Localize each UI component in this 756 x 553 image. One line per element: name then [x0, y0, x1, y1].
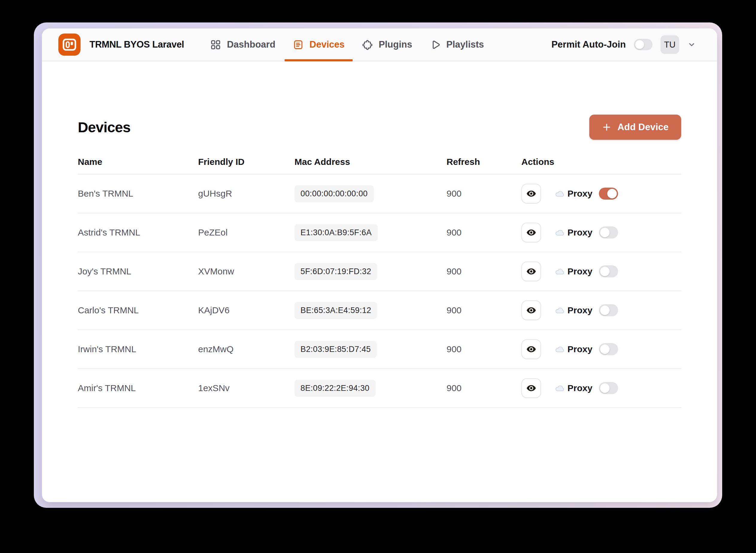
- nav-label: Playlists: [446, 39, 484, 50]
- nav-label: Plugins: [379, 39, 412, 50]
- nav-item-playlists[interactable]: Playlists: [421, 28, 493, 61]
- view-device-button[interactable]: [521, 184, 541, 204]
- table-row: Amir's TRMNL 1exSNv 8E:09:22:2E:94:30 90…: [78, 369, 681, 408]
- user-menu-chevron[interactable]: [687, 40, 696, 49]
- toggle-knob: [600, 383, 610, 393]
- device-friendly-id: XVMonw: [198, 266, 295, 276]
- permit-auto-join-toggle[interactable]: [634, 39, 653, 50]
- refresh-value: 900: [447, 305, 521, 315]
- device-friendly-id: gUHsgR: [198, 188, 295, 199]
- nav-item-dashboard[interactable]: Dashboard: [202, 28, 284, 61]
- eye-icon: [526, 266, 537, 277]
- nav-item-devices[interactable]: Devices: [284, 28, 353, 61]
- trmnl-logo-icon: [58, 33, 80, 56]
- table-header-row: Name Friendly ID Mac Address Refresh Act…: [78, 150, 681, 174]
- eye-icon: [526, 188, 537, 199]
- plus-icon: [602, 123, 611, 132]
- device-friendly-id: KAjDV6: [198, 305, 295, 315]
- table-row: Astrid's TRMNL PeZEol E1:30:0A:B9:5F:6A …: [78, 213, 681, 252]
- play-icon: [430, 39, 441, 50]
- device-name: Astrid's TRMNL: [78, 227, 198, 238]
- device-name: Joy's TRMNL: [78, 266, 198, 276]
- view-device-button[interactable]: [521, 261, 541, 281]
- col-header-name: Name: [78, 157, 198, 167]
- brand[interactable]: TRMNL BYOS Laravel: [58, 33, 184, 56]
- row-actions: Proxy: [521, 223, 681, 242]
- proxy-label: Proxy: [568, 266, 592, 276]
- row-actions: Proxy: [521, 184, 681, 204]
- device-name: Irwin's TRMNL: [78, 344, 198, 354]
- chevron-down-icon: [687, 40, 696, 49]
- eye-icon: [526, 305, 537, 316]
- table-row: Ben's TRMNL gUHsgR 00:00:00:00:00:00 900…: [78, 174, 681, 213]
- table-body: Ben's TRMNL gUHsgR 00:00:00:00:00:00 900…: [78, 174, 681, 408]
- main-nav: Dashboard Devices Plugins: [202, 28, 493, 61]
- main-content: Devices Add Device Name Friendly ID Mac …: [42, 61, 717, 502]
- eye-icon: [526, 383, 537, 394]
- toggle-knob: [635, 40, 644, 49]
- mac-address-pill: E1:30:0A:B9:5F:6A: [295, 224, 378, 241]
- view-device-button[interactable]: [521, 378, 541, 398]
- nav-label: Devices: [309, 39, 345, 50]
- row-actions: Proxy: [521, 301, 681, 320]
- proxy-label: Proxy: [568, 188, 592, 199]
- refresh-value: 900: [447, 227, 521, 238]
- app-header: TRMNL BYOS Laravel Dashboard: [42, 28, 717, 61]
- refresh-value: 900: [447, 383, 521, 393]
- page-head: Devices Add Device: [78, 114, 681, 140]
- device-friendly-id: 1exSNv: [198, 383, 295, 393]
- mac-address-pill: BE:65:3A:E4:59:12: [295, 302, 377, 319]
- mac-address-pill: B2:03:9E:85:D7:45: [295, 341, 377, 358]
- proxy-toggle[interactable]: [599, 265, 618, 278]
- eye-icon: [526, 227, 537, 238]
- col-header-mac-address: Mac Address: [295, 157, 447, 167]
- app-window: TRMNL BYOS Laravel Dashboard: [42, 28, 717, 502]
- view-device-button[interactable]: [521, 223, 541, 242]
- header-right: Permit Auto-Join TU: [551, 35, 696, 54]
- add-device-button[interactable]: Add Device: [589, 114, 681, 140]
- eye-icon: [526, 344, 537, 354]
- toggle-knob: [607, 189, 617, 199]
- proxy-label: Proxy: [568, 383, 592, 393]
- permit-auto-join-label: Permit Auto-Join: [551, 39, 626, 50]
- cloud-icon: [555, 385, 564, 392]
- nav-item-plugins[interactable]: Plugins: [353, 28, 421, 61]
- table-row: Irwin's TRMNL enzMwQ B2:03:9E:85:D7:45 9…: [78, 330, 681, 369]
- row-actions: Proxy: [521, 261, 681, 281]
- active-tab-underline: [285, 59, 353, 61]
- device-friendly-id: PeZEol: [198, 227, 295, 238]
- device-name: Ben's TRMNL: [78, 188, 198, 199]
- proxy-label: Proxy: [568, 305, 592, 315]
- app-title: TRMNL BYOS Laravel: [89, 39, 184, 50]
- device-friendly-id: enzMwQ: [198, 344, 295, 354]
- row-actions: Proxy: [521, 339, 681, 359]
- toggle-knob: [600, 344, 610, 354]
- mac-address-pill: 5F:6D:07:19:FD:32: [295, 263, 377, 280]
- toggle-knob: [600, 266, 610, 276]
- toggle-knob: [600, 306, 610, 315]
- view-device-button[interactable]: [521, 301, 541, 320]
- proxy-toggle[interactable]: [599, 304, 618, 316]
- page-title: Devices: [78, 119, 131, 136]
- refresh-value: 900: [447, 266, 521, 276]
- row-actions: Proxy: [521, 378, 681, 398]
- cloud-icon: [555, 345, 564, 353]
- proxy-label: Proxy: [568, 344, 592, 354]
- proxy-toggle[interactable]: [599, 343, 618, 355]
- nav-label: Dashboard: [227, 39, 275, 50]
- add-device-label: Add Device: [617, 122, 669, 133]
- proxy-toggle[interactable]: [599, 227, 618, 238]
- proxy-toggle[interactable]: [599, 187, 618, 200]
- avatar-initials: TU: [664, 40, 676, 50]
- cloud-icon: [555, 307, 564, 314]
- refresh-value: 900: [447, 188, 521, 199]
- list-icon: [293, 39, 304, 50]
- refresh-value: 900: [447, 344, 521, 354]
- proxy-toggle[interactable]: [599, 382, 618, 394]
- cloud-icon: [555, 268, 564, 275]
- avatar[interactable]: TU: [661, 35, 679, 54]
- device-name: Carlo's TRMNL: [78, 305, 198, 315]
- puzzle-icon: [362, 39, 373, 50]
- table-row: Carlo's TRMNL KAjDV6 BE:65:3A:E4:59:12 9…: [78, 291, 681, 330]
- view-device-button[interactable]: [521, 339, 541, 359]
